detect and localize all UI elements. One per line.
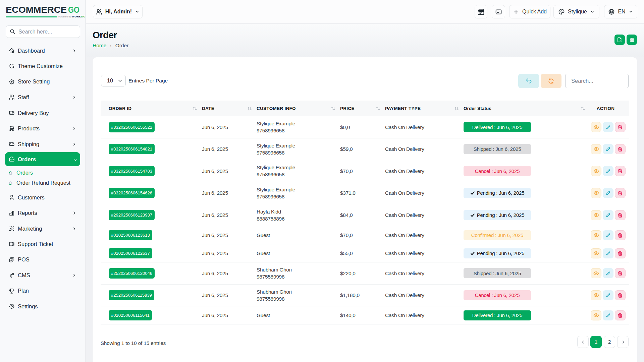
svg-text:ECOMMERCE: ECOMMERCE — [6, 5, 67, 15]
svg-text:GO: GO — [68, 5, 79, 15]
